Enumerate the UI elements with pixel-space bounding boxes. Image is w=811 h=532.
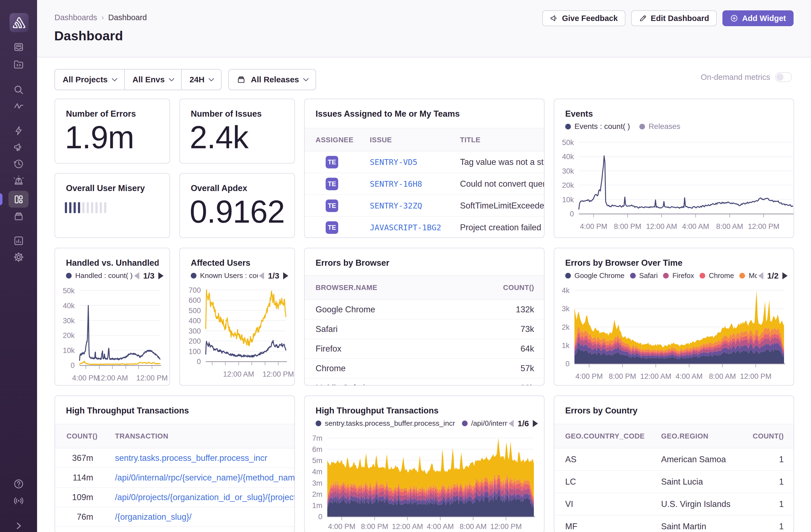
table-cell: Google Chrome <box>316 305 375 315</box>
table-cell: Saint Martin <box>661 522 706 531</box>
y-axis-label: 0 <box>565 360 569 368</box>
widget-title: Overall User Misery <box>66 183 158 193</box>
column-header[interactable]: ASSIGNEE <box>316 135 353 144</box>
table-row[interactable]: TESENTRY-VD5Tag value was not a string <box>305 151 544 173</box>
sidebar-item-alerts[interactable] <box>0 172 37 189</box>
transaction-link[interactable]: /api/0/projects/{organization_id_or_slug… <box>115 492 295 502</box>
issue-link[interactable]: SENTRY-32ZQ <box>370 201 422 210</box>
sidebar-item-settings[interactable] <box>0 248 37 265</box>
widget-events: EventsEvents : count( )Releases010k20k30… <box>554 98 794 238</box>
table-row[interactable]: Mobile Safari33k <box>305 378 544 386</box>
y-axis-label: 10k <box>562 196 574 204</box>
column-header[interactable]: TRANSACTION <box>115 432 168 440</box>
y-axis-label: 2m <box>312 490 322 499</box>
widget-title: Errors by Country <box>565 406 783 416</box>
table-row[interactable]: TESENTRY-32ZQSoftTimeLimitExceeded <box>305 195 544 217</box>
chart-plot: 010k20k30k40k50k4:00 PM8:00 PM12:00 AM4:… <box>554 99 794 238</box>
column-header[interactable]: GEO.REGION <box>661 432 708 440</box>
sidebar-item-dashboards[interactable] <box>0 191 37 208</box>
widget-big-number: 1.9m <box>65 122 134 153</box>
widget-big-number: 0.9162 <box>190 196 285 228</box>
give-feedback-button[interactable]: Give Feedback <box>542 10 625 26</box>
sidebar-item-starfish[interactable] <box>0 122 37 139</box>
sidebar-item-explore[interactable] <box>0 56 37 73</box>
issue-link[interactable]: JAVASCRIPT-1BG2 <box>370 223 441 232</box>
chevron-down-icon <box>209 76 214 81</box>
table-cell: AS <box>565 455 576 465</box>
sidebar-item-broadcasts[interactable] <box>0 492 37 509</box>
date-range-filter[interactable]: 24H <box>181 70 221 90</box>
assignee-avatar[interactable]: TE <box>326 221 338 234</box>
table-cell: 1 <box>779 477 784 487</box>
transaction-link[interactable]: /{organization_slug}/ <box>115 512 192 522</box>
assignee-avatar[interactable]: TE <box>326 178 338 190</box>
y-axis-label: 30k <box>562 167 574 175</box>
column-header[interactable]: GEO.COUNTRY_CODE <box>565 432 645 440</box>
table-row[interactable]: 109m/api/0/projects/{organization_id_or_… <box>55 488 294 507</box>
column-header[interactable]: COUNT() <box>503 284 534 292</box>
sidebar-item-help[interactable] <box>0 475 37 492</box>
column-header[interactable]: TITLE <box>460 135 480 144</box>
x-axis-label: 12:00 AM <box>223 370 254 378</box>
column-header[interactable]: COUNT() <box>66 432 97 440</box>
sidebar-collapse-toggle[interactable] <box>0 517 37 532</box>
sentry-logo[interactable] <box>10 13 29 32</box>
release-filter[interactable]: All Releases <box>228 69 316 90</box>
breadcrumb-dashboards[interactable]: Dashboards <box>55 13 97 22</box>
sidebar-item-replays[interactable] <box>0 155 37 172</box>
y-axis-label: 5m <box>312 456 322 465</box>
add-widget-button[interactable]: Add Widget <box>722 10 794 26</box>
table-row[interactable]: VIU.S. Virgin Islands1 <box>554 493 794 515</box>
table-row[interactable]: 114m/api/0/internal/rpc/{service_name}/{… <box>55 468 294 488</box>
table-row[interactable]: Chrome57k <box>305 359 544 378</box>
table-row[interactable]: Safari73k <box>305 319 544 339</box>
sidebar-item-search[interactable] <box>0 81 37 98</box>
table-row[interactable]: TESENTRY-16H8Could not convert query <box>305 173 544 195</box>
ondemand-metrics: On-demand metrics <box>701 72 792 82</box>
table-row[interactable]: LCSaint Lucia1 <box>554 471 794 493</box>
y-axis-label: 3k <box>562 305 569 313</box>
table-row[interactable]: 76m/{organization_slug}/ <box>55 507 294 527</box>
sidebar <box>0 0 37 532</box>
table-row[interactable]: Firefox64k <box>305 339 544 359</box>
sidebar-item-releases[interactable] <box>0 208 37 225</box>
table-cell: Could not convert query <box>460 179 545 189</box>
table-row[interactable]: TEJAVASCRIPT-1BG2Project creation failed <box>305 217 544 238</box>
sidebar-item-issues[interactable] <box>0 39 37 55</box>
table-header-row: ASSIGNEEISSUETITLE <box>305 128 544 151</box>
widget-user-misery: Overall User Misery <box>55 173 170 238</box>
table-row[interactable]: ASAmerican Samoa1 <box>554 448 794 471</box>
transaction-link[interactable]: /api/0/internal/rpc/{service_name}/{meth… <box>115 473 295 482</box>
y-axis-label: 20k <box>63 331 75 339</box>
widget-errors-by-country: Errors by CountryGEO.COUNTRY_CODEGEO.REG… <box>554 395 794 532</box>
ondemand-metrics-toggle[interactable] <box>775 72 792 82</box>
issue-link[interactable]: SENTRY-VD5 <box>370 157 417 167</box>
x-axis-label: 12:00 AM <box>646 223 677 231</box>
sidebar-item-feedback[interactable] <box>0 139 37 156</box>
sidebar-item-stats[interactable] <box>0 232 37 249</box>
x-axis-label: 12:00 AM <box>640 372 671 380</box>
environment-filter[interactable]: All Envs <box>124 70 181 90</box>
table-cell: SENTRY-VD5 <box>370 157 417 167</box>
table-row[interactable]: Google Chrome132k <box>305 300 544 319</box>
series-line <box>579 156 793 209</box>
table-cell: TE <box>326 199 338 212</box>
column-header[interactable]: ISSUE <box>370 135 392 144</box>
table-cell: TE <box>326 221 338 234</box>
widget-number-of-errors: Number of Errors1.9m <box>55 98 170 164</box>
assignee-avatar[interactable]: TE <box>326 156 338 168</box>
sidebar-item-performance[interactable] <box>0 97 37 115</box>
column-header[interactable]: BROWSER.NAME <box>316 284 378 292</box>
header-actions: Give Feedback Edit Dashboard Add Widget <box>542 10 794 26</box>
issue-link[interactable]: SENTRY-16H8 <box>370 179 422 188</box>
column-header[interactable]: COUNT() <box>753 432 784 440</box>
project-filter[interactable]: All Projects <box>55 70 124 90</box>
table-row[interactable]: MFSaint Martin1 <box>554 515 794 532</box>
assignee-avatar[interactable]: TE <box>326 199 338 212</box>
table-row[interactable]: 367msentry.tasks.process_buffer.process_… <box>55 448 294 468</box>
table-cell: 57k <box>520 364 534 374</box>
transaction-link[interactable]: sentry.tasks.process_buffer.process_incr <box>115 453 267 463</box>
edit-dashboard-button[interactable]: Edit Dashboard <box>631 10 717 26</box>
widget-title: Errors by Browser <box>316 258 533 268</box>
sentry-dashboard-page: {"app":{"name":"Sentry","colors":{"accen… <box>0 0 811 532</box>
